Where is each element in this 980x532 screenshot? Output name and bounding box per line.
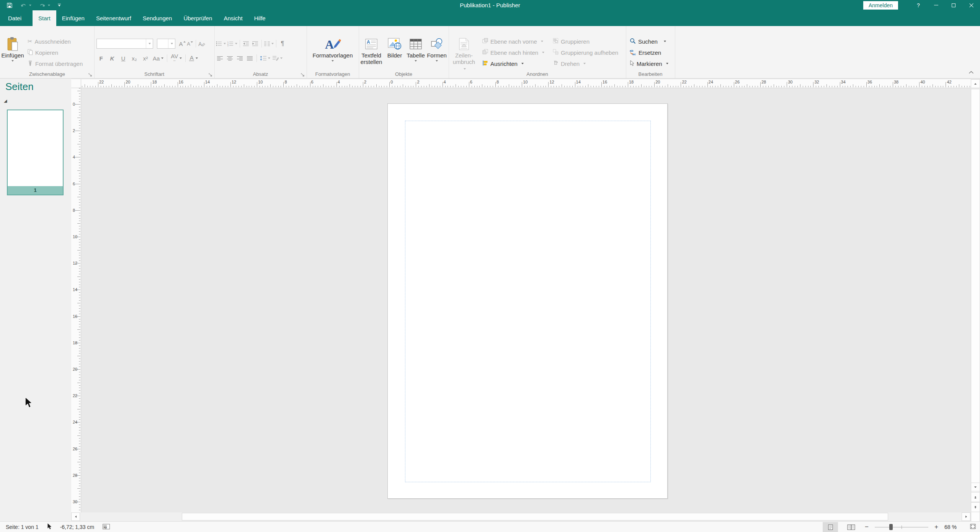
columns-button[interactable] bbox=[264, 39, 274, 48]
horizontal-scrollbar-thumb[interactable] bbox=[182, 513, 888, 521]
single-page-view-button[interactable] bbox=[823, 522, 838, 532]
table-label: Tabelle bbox=[407, 52, 425, 59]
paragraph-dialog-launcher[interactable] bbox=[301, 72, 305, 77]
font-size-combobox[interactable] bbox=[157, 39, 175, 49]
bullets-button[interactable] bbox=[216, 39, 226, 48]
grow-font-button[interactable]: A bbox=[178, 39, 186, 48]
restore-icon bbox=[952, 3, 956, 7]
pictures-button[interactable]: Bilder bbox=[384, 36, 405, 59]
zoom-level[interactable]: 68 % bbox=[944, 524, 960, 530]
character-spacing-button[interactable]: AV↔ bbox=[171, 54, 182, 62]
tab-ueberpruefen[interactable]: Überprüfen bbox=[178, 10, 218, 26]
group-button[interactable]: Gruppieren bbox=[553, 38, 618, 45]
tab-datei[interactable]: Datei bbox=[2, 10, 27, 26]
ribbon-group-clipboard: Einfügen ✂ Ausschneiden Kopieren Format … bbox=[0, 26, 95, 78]
shapes-button[interactable]: Formen bbox=[426, 36, 448, 62]
find-button[interactable]: Suchen bbox=[630, 38, 668, 45]
justify-button[interactable] bbox=[246, 54, 253, 62]
ribbon: Einfügen ✂ Ausschneiden Kopieren Format … bbox=[0, 26, 980, 79]
clear-formatting-button[interactable]: A bbox=[198, 39, 206, 48]
zoom-slider[interactable] bbox=[875, 524, 928, 530]
font-dialog-launcher[interactable] bbox=[208, 72, 213, 77]
scroll-down-button[interactable] bbox=[971, 483, 980, 491]
rotate-button[interactable]: Drehen bbox=[553, 60, 618, 67]
bold-button[interactable]: F bbox=[97, 54, 105, 62]
previous-page-button[interactable] bbox=[971, 492, 980, 502]
font-color-button[interactable]: A bbox=[189, 54, 198, 62]
sign-in-button[interactable]: Anmelden bbox=[863, 1, 898, 10]
horizontal-ruler[interactable]: 2220181614121086420246810121416182022242… bbox=[81, 79, 971, 88]
scroll-down-icon bbox=[974, 486, 977, 488]
italic-button[interactable]: K bbox=[108, 54, 116, 62]
bring-forward-button[interactable]: Ebene nach vorne bbox=[482, 38, 544, 45]
align-center-button[interactable] bbox=[226, 54, 234, 62]
scroll-left-button[interactable] bbox=[71, 512, 80, 521]
styles-button[interactable]: A Formatvorlagen bbox=[307, 36, 359, 62]
shrink-font-button[interactable]: A bbox=[186, 39, 194, 48]
copy-button[interactable]: Kopieren bbox=[28, 49, 83, 56]
text-wrap-button[interactable]: Zeilen- umbruch bbox=[452, 36, 476, 72]
align-right-button[interactable] bbox=[236, 54, 243, 62]
vertical-scrollbar-thumb[interactable] bbox=[971, 89, 980, 532]
hruler-number-13: 4 bbox=[444, 80, 446, 84]
tab-hilfe[interactable]: Hilfe bbox=[248, 10, 271, 26]
help-button[interactable]: ? bbox=[910, 0, 927, 10]
numbering-button[interactable]: 123 bbox=[227, 39, 237, 48]
collapse-panel-icon[interactable]: ◢ bbox=[4, 98, 7, 103]
align-left-button[interactable] bbox=[216, 54, 224, 62]
cut-button[interactable]: ✂ Ausschneiden bbox=[28, 38, 83, 45]
zoom-out-button[interactable]: − bbox=[864, 523, 869, 531]
mouse-pointer bbox=[24, 397, 33, 410]
next-page-button[interactable] bbox=[971, 502, 980, 512]
ungroup-button[interactable]: Gruppierung aufheben bbox=[553, 49, 618, 56]
line-spacing-button[interactable] bbox=[260, 54, 270, 62]
select-button[interactable]: Markieren bbox=[630, 60, 668, 67]
page-thumbnail-1[interactable]: 1 bbox=[7, 110, 64, 195]
subscript-button[interactable]: x₂ bbox=[131, 54, 138, 62]
align-objects-button[interactable]: Ausrichten bbox=[482, 60, 544, 67]
tab-seitenentwurf[interactable]: Seitenentwurf bbox=[90, 10, 137, 26]
svg-text:A: A bbox=[198, 41, 202, 47]
two-page-view-button[interactable] bbox=[843, 522, 859, 532]
draw-textbox-button[interactable]: A Textfeld erstellen bbox=[359, 36, 384, 65]
table-button[interactable]: Tabelle bbox=[405, 36, 426, 62]
zoom-slider-thumb[interactable] bbox=[889, 524, 893, 530]
scroll-up-button[interactable] bbox=[971, 79, 980, 88]
vertical-ruler[interactable]: 024681012141618202224262830 bbox=[71, 88, 81, 512]
replace-button[interactable]: abac Ersetzen bbox=[630, 49, 668, 56]
tab-sendungen[interactable]: Sendungen bbox=[137, 10, 178, 26]
restore-button[interactable] bbox=[945, 0, 962, 10]
clipboard-dialog-launcher[interactable] bbox=[88, 72, 93, 77]
zoom-in-button[interactable]: + bbox=[934, 523, 939, 531]
ribbon-group-font: A A A F K U x₂ x² Aa AV↔ A bbox=[94, 26, 215, 78]
hruler-number-25: 28 bbox=[761, 80, 766, 84]
shapes-label: Formen bbox=[427, 52, 447, 59]
tab-start[interactable]: Start bbox=[33, 10, 56, 26]
publication-canvas[interactable] bbox=[81, 88, 971, 512]
minimize-button[interactable] bbox=[927, 0, 945, 10]
format-painter-button[interactable]: Format übertragen bbox=[28, 60, 83, 67]
svg-text:3: 3 bbox=[227, 44, 229, 46]
object-size-icon[interactable]: xy bbox=[103, 524, 110, 530]
page-indicator[interactable]: Seite: 1 von 1 bbox=[6, 524, 39, 530]
tab-einfuegen[interactable]: Einfügen bbox=[56, 10, 90, 26]
fit-page-button[interactable] bbox=[970, 524, 976, 530]
borders-button[interactable] bbox=[273, 54, 283, 62]
tab-ansicht[interactable]: Ansicht bbox=[218, 10, 248, 26]
change-case-button[interactable]: Aa bbox=[153, 54, 163, 62]
collapse-ribbon-button[interactable] bbox=[969, 69, 974, 75]
send-backward-button[interactable]: Ebene nach hinten bbox=[482, 49, 544, 56]
previous-page-icon bbox=[974, 496, 977, 498]
show-formatting-marks-button[interactable]: ¶ bbox=[279, 39, 286, 48]
cursor-coordinates[interactable]: -6,72; 1,33 cm bbox=[60, 524, 95, 530]
paste-button[interactable]: Einfügen bbox=[1, 36, 24, 62]
scroll-right-button[interactable] bbox=[962, 512, 970, 521]
underline-button[interactable]: U bbox=[119, 54, 127, 62]
increase-indent-button[interactable] bbox=[252, 39, 259, 48]
decrease-indent-button[interactable] bbox=[242, 39, 250, 48]
hruler-number-26: 30 bbox=[788, 80, 792, 84]
superscript-button[interactable]: x² bbox=[142, 54, 149, 62]
publication-page[interactable] bbox=[387, 103, 668, 499]
font-name-combobox[interactable] bbox=[96, 39, 153, 49]
close-button[interactable] bbox=[962, 0, 980, 10]
